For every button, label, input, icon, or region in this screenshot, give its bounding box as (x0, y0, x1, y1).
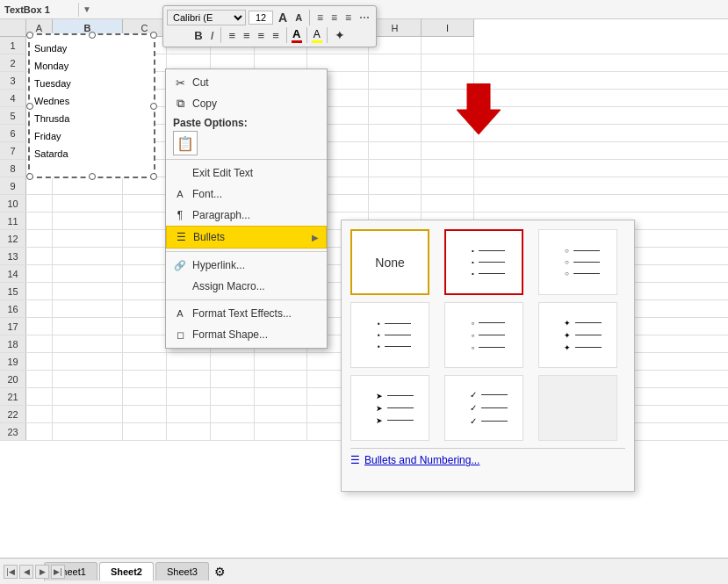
cell-c12[interactable] (123, 230, 167, 247)
align-left-button[interactable]: ≡ (226, 28, 238, 43)
bullet-option-empty[interactable] (538, 375, 617, 441)
cell-b10[interactable] (53, 195, 123, 212)
bold-button[interactable]: B (191, 28, 205, 43)
textbox[interactable]: Sunday Monday Tuesday Wednes Thrusda Fri… (28, 33, 155, 178)
bullet-option-open-square[interactable]: ▫ ▫ ▫ (444, 302, 523, 368)
row-header-15[interactable]: 15 (0, 283, 26, 299)
bullet-option-arrow[interactable]: ➤ ➤ ➤ (350, 375, 429, 441)
sheet-nav-prev[interactable]: ◀ (19, 565, 33, 579)
cell-i10[interactable] (422, 195, 474, 212)
textbox-handle-br[interactable] (150, 173, 157, 180)
cell-e23[interactable] (211, 423, 255, 440)
menu-item-assign-macro[interactable]: Assign Macro... (166, 276, 327, 297)
cell-d21[interactable] (167, 388, 211, 405)
row-header-3[interactable]: 3 (0, 72, 26, 89)
row-header-23[interactable]: 23 (0, 423, 26, 440)
cell-c20[interactable] (123, 371, 167, 387)
cell-h9[interactable] (369, 177, 422, 194)
font-family-select[interactable]: Calibri (E (167, 10, 246, 25)
cell-e22[interactable] (211, 406, 255, 422)
cell-e19[interactable] (211, 353, 255, 370)
cell-i9[interactable] (422, 177, 474, 194)
cell-d20[interactable] (167, 371, 211, 387)
cell-a21[interactable] (26, 388, 53, 405)
row-header-16[interactable]: 16 (0, 300, 26, 317)
row-header-2[interactable]: 2 (0, 54, 26, 71)
cell-b17[interactable] (53, 318, 123, 335)
row-header-11[interactable]: 11 (0, 213, 26, 229)
cell-i2[interactable] (422, 54, 474, 71)
cell-b22[interactable] (53, 406, 123, 422)
bullet-option-checkmark[interactable]: ✓ ✓ ✓ (444, 375, 523, 441)
cell-a23[interactable] (26, 423, 53, 440)
cell-b23[interactable] (53, 423, 123, 440)
cell-d23[interactable] (167, 423, 211, 440)
menu-item-format-shape[interactable]: ◻ Format Shape... (166, 324, 327, 345)
textbox-handle-bl[interactable] (26, 173, 33, 180)
cell-a13[interactable] (26, 248, 53, 264)
grow-font-button[interactable]: A (276, 10, 290, 25)
cell-c22[interactable] (123, 406, 167, 422)
cell-c19[interactable] (123, 353, 167, 370)
cell-c17[interactable] (123, 318, 167, 335)
menu-item-hyperlink[interactable]: 🔗 Hyperlink... (166, 255, 327, 276)
line-spacing-button[interactable]: ≡ (314, 11, 326, 25)
row-header-18[interactable]: 18 (0, 335, 26, 352)
cell-b20[interactable] (53, 371, 123, 387)
cell-f23[interactable] (255, 423, 307, 440)
sheet-options-icon[interactable]: ⚙ (214, 565, 226, 579)
row-header-8[interactable]: 8 (0, 160, 26, 177)
menu-item-exit-edit[interactable]: Exit Edit Text (166, 162, 327, 184)
menu-item-bullets[interactable]: ☰ Bullets ▶ (166, 226, 327, 249)
cell-h3[interactable] (369, 72, 422, 89)
textbox-handle-tm[interactable] (89, 32, 96, 39)
font-size-input[interactable] (249, 11, 273, 25)
cell-h10[interactable] (369, 195, 422, 212)
bullet-option-open-circle[interactable]: ○ ○ ○ (538, 229, 617, 295)
menu-item-paragraph[interactable]: ¶ Paragraph... (166, 205, 327, 226)
cell-b13[interactable] (53, 248, 123, 264)
textbox-handle-ml[interactable] (26, 103, 33, 110)
cell-i1[interactable] (422, 37, 474, 54)
cell-c18[interactable] (123, 335, 167, 352)
cell-h8[interactable] (369, 160, 422, 177)
cell-f19[interactable] (255, 353, 307, 370)
sheet-tab-sheet2[interactable]: Sheet2 (99, 562, 154, 581)
row-header-21[interactable]: 21 (0, 388, 26, 405)
italic-button[interactable]: I (208, 28, 217, 43)
textbox-handle-tl[interactable] (26, 32, 33, 39)
row-header-17[interactable]: 17 (0, 318, 26, 335)
menu-item-format-text-effects[interactable]: A Format Text Effects... (166, 303, 327, 324)
textbox-handle-tr[interactable] (150, 32, 157, 39)
row-header-20[interactable]: 20 (0, 371, 26, 387)
menu-item-cut[interactable]: ✂ Cut (166, 72, 327, 93)
cell-h7[interactable] (369, 142, 422, 159)
sheet-nav-first[interactable]: |◀ (4, 565, 18, 579)
menu-item-copy[interactable]: ⧉ Copy (166, 93, 327, 114)
align-center-button[interactable]: ≡ (241, 28, 253, 43)
row-header-22[interactable]: 22 (0, 406, 26, 422)
menu-item-font[interactable]: A Font... (166, 184, 327, 205)
row-header-14[interactable]: 14 (0, 265, 26, 282)
cell-a12[interactable] (26, 230, 53, 247)
cell-b12[interactable] (53, 230, 123, 247)
row-header-1[interactable]: 1 (0, 37, 26, 54)
cell-a22[interactable] (26, 406, 53, 422)
row-header-4[interactable]: 4 (0, 90, 26, 106)
cell-c21[interactable] (123, 388, 167, 405)
name-box[interactable]: TextBox 1 (0, 3, 79, 17)
cell-f20[interactable] (255, 371, 307, 387)
row-header-10[interactable]: 10 (0, 195, 26, 212)
cell-h2[interactable] (369, 54, 422, 71)
cell-a19[interactable] (26, 353, 53, 370)
cell-a18[interactable] (26, 335, 53, 352)
textbox-handle-mr[interactable] (150, 103, 157, 110)
align-right-button[interactable]: ≡ (256, 28, 268, 43)
cell-b19[interactable] (53, 353, 123, 370)
font-color-button[interactable]: A (292, 27, 302, 43)
cell-a16[interactable] (26, 300, 53, 317)
row-header-19[interactable]: 19 (0, 353, 26, 370)
cell-h5[interactable] (369, 107, 422, 124)
col-header-i[interactable]: I (422, 19, 474, 37)
bullets-and-numbering-link[interactable]: ☰ Bullets and Numbering... (350, 448, 625, 466)
